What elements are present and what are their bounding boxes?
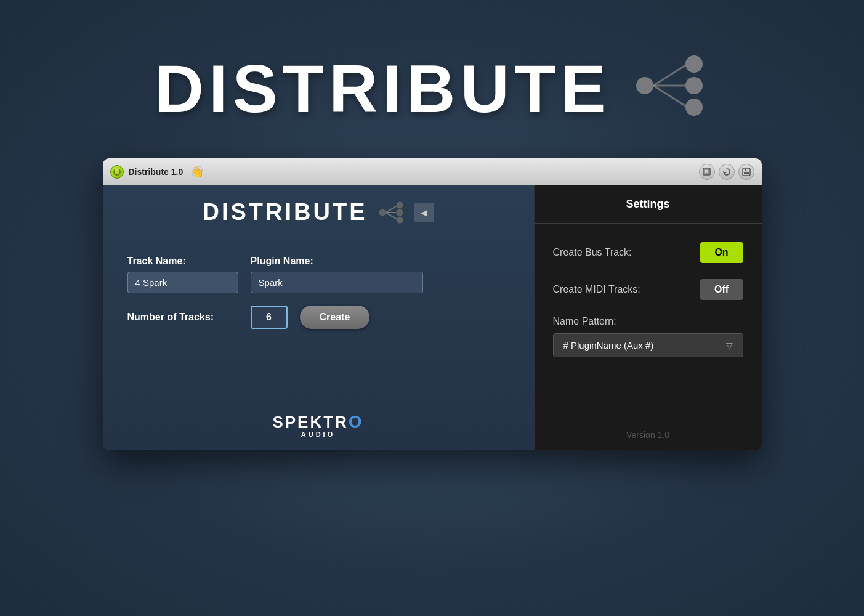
tb-btn-1[interactable] (699, 164, 715, 180)
name-pattern-value: # PluginName (Aux #) (563, 340, 654, 351)
create-bus-track-label: Create Bus Track: (553, 247, 632, 258)
plugin-name-label: Plugin Name: (251, 256, 423, 267)
create-bus-track-row: Create Bus Track: On (553, 242, 743, 263)
create-midi-tracks-row: Create MIDI Tracks: Off (553, 279, 743, 300)
share-icon-small (377, 201, 405, 224)
svg-line-4 (653, 65, 685, 86)
create-button[interactable]: Create (300, 306, 370, 329)
svg-rect-8 (705, 169, 709, 174)
plugin-window: Distribute 1.0 👋 DISTRIBUTE (103, 158, 762, 450)
settings-body: Create Bus Track: On Create MIDI Tracks:… (535, 224, 762, 419)
svg-point-2 (685, 77, 703, 94)
form-section: Track Name: Plugin Name: Number of Track… (103, 237, 534, 341)
back-arrow-button[interactable]: ◀ (414, 203, 434, 222)
num-tracks-input[interactable] (251, 306, 288, 329)
tb-btn-2[interactable] (719, 164, 735, 180)
plugin-name-group: Plugin Name: (251, 256, 423, 293)
num-tracks-label: Number of Tracks: (127, 312, 238, 323)
create-midi-tracks-label: Create MIDI Tracks: (553, 284, 640, 295)
settings-footer: Version 1.0 (535, 419, 762, 450)
svg-point-1 (685, 55, 703, 73)
brand-dot: O (349, 412, 364, 432)
svg-rect-11 (745, 169, 746, 171)
brand-name: SPEKTR (272, 413, 348, 432)
svg-point-12 (379, 209, 386, 216)
right-panel: Settings Create Bus Track: On Create MID… (534, 185, 762, 450)
settings-title: Settings (626, 198, 669, 210)
plugin-name-input[interactable] (251, 272, 423, 293)
svg-point-3 (685, 99, 703, 116)
svg-point-0 (636, 77, 653, 94)
settings-header: Settings (535, 185, 762, 224)
tracks-row: Number of Tracks: Create (127, 306, 509, 329)
svg-point-14 (396, 209, 403, 216)
track-name-label: Track Name: (127, 256, 238, 267)
tb-btn-3[interactable] (738, 164, 754, 180)
window-title: Distribute 1.0 (129, 167, 184, 177)
create-bus-track-toggle[interactable]: On (700, 242, 743, 263)
svg-rect-10 (744, 172, 749, 174)
track-name-input[interactable] (127, 272, 238, 293)
spektro-logo: SPEKTR O AUDIO (272, 412, 363, 438)
version-label: Version 1.0 (626, 430, 669, 440)
track-name-group: Track Name: (127, 256, 238, 293)
plugin-body: DISTRIBUTE ◀ Track Name: (103, 185, 762, 450)
title-bar-buttons (699, 164, 754, 180)
hero-title: DISTRIBUTE (155, 49, 611, 128)
name-pattern-dropdown[interactable]: # PluginName (Aux #) ▽ (553, 333, 743, 357)
hero-icon (629, 52, 709, 120)
brand-sub: AUDIO (301, 431, 335, 438)
name-row: Track Name: Plugin Name: (127, 256, 509, 293)
power-button[interactable] (110, 165, 124, 179)
left-panel: DISTRIBUTE ◀ Track Name: (103, 185, 534, 450)
hand-icon: 👋 (190, 165, 204, 179)
title-bar: Distribute 1.0 👋 (103, 158, 762, 185)
svg-line-6 (653, 86, 685, 106)
chevron-down-icon: ▽ (726, 341, 733, 351)
plugin-display-name: DISTRIBUTE (203, 199, 368, 225)
title-bar-left: Distribute 1.0 👋 (110, 165, 699, 179)
name-pattern-label: Name Pattern: (553, 316, 743, 327)
create-midi-tracks-toggle[interactable]: Off (700, 279, 743, 300)
svg-point-15 (396, 216, 403, 223)
name-pattern-section: Name Pattern: # PluginName (Aux #) ▽ (553, 316, 743, 357)
plugin-header: DISTRIBUTE ◀ (103, 185, 534, 237)
svg-line-16 (386, 206, 396, 213)
svg-line-18 (386, 213, 396, 219)
hero-section: DISTRIBUTE (155, 49, 709, 128)
svg-point-13 (396, 201, 403, 208)
